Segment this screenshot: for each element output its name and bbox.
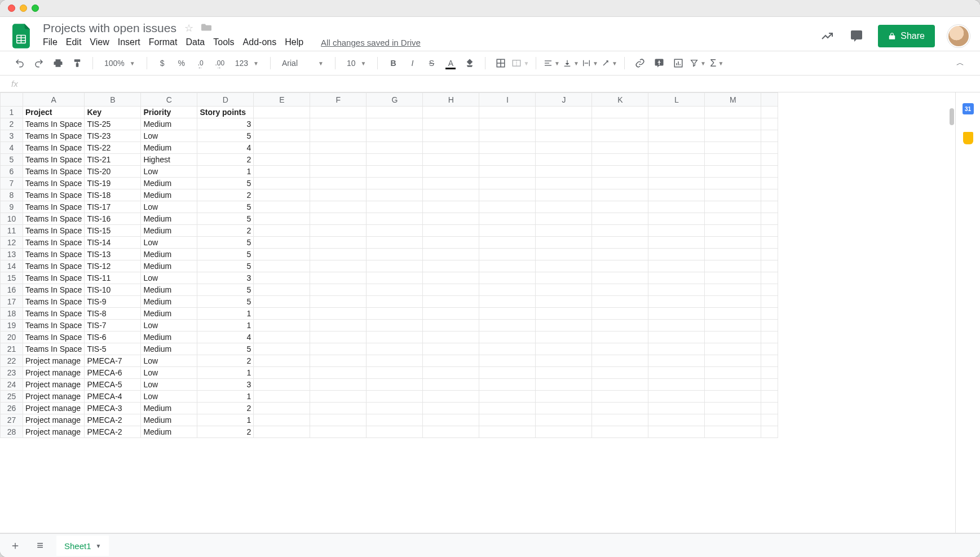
- cell-B10[interactable]: TIS-16: [85, 213, 141, 225]
- maximize-window-button[interactable]: [32, 5, 39, 12]
- cell-E7[interactable]: [254, 178, 310, 189]
- cell-A3[interactable]: Teams In Space: [23, 130, 85, 142]
- text-color-button[interactable]: A: [442, 55, 459, 72]
- cell-K2[interactable]: [592, 118, 648, 130]
- text-wrap-button[interactable]: ▼: [581, 55, 598, 72]
- cell-M17[interactable]: [705, 296, 761, 308]
- cell-I9[interactable]: [479, 201, 536, 213]
- cell-G14[interactable]: [367, 260, 423, 272]
- cell-M21[interactable]: [705, 343, 761, 355]
- cell-F27[interactable]: [310, 414, 367, 426]
- cell-G20[interactable]: [367, 331, 423, 343]
- cell-C24[interactable]: Low: [141, 379, 197, 391]
- cell-L10[interactable]: [648, 213, 705, 225]
- cell-D9[interactable]: 5: [197, 201, 254, 213]
- cell-B4[interactable]: TIS-22: [85, 142, 141, 154]
- cell-A6[interactable]: Teams In Space: [23, 166, 85, 178]
- cell-M14[interactable]: [705, 260, 761, 272]
- cell-A23[interactable]: Project manage: [23, 367, 85, 379]
- cell-E24[interactable]: [254, 379, 310, 391]
- cell-H1[interactable]: [423, 107, 479, 118]
- cell-A13[interactable]: Teams In Space: [23, 249, 85, 260]
- cell-D21[interactable]: 5: [197, 343, 254, 355]
- column-header-E[interactable]: E: [254, 93, 310, 107]
- cell-D10[interactable]: 5: [197, 213, 254, 225]
- cell-F25[interactable]: [310, 391, 367, 403]
- cell-M27[interactable]: [705, 414, 761, 426]
- cell-M26[interactable]: [705, 403, 761, 414]
- cell-L12[interactable]: [648, 237, 705, 249]
- cell-I19[interactable]: [479, 320, 536, 331]
- cell-M24[interactable]: [705, 379, 761, 391]
- cell-E8[interactable]: [254, 189, 310, 201]
- cell-H12[interactable]: [423, 237, 479, 249]
- cell-M11[interactable]: [705, 225, 761, 237]
- cell-J12[interactable]: [536, 237, 592, 249]
- menu-file[interactable]: File: [43, 37, 58, 47]
- cell-K26[interactable]: [592, 403, 648, 414]
- cell-M6[interactable]: [705, 166, 761, 178]
- row-header-11[interactable]: 11: [1, 225, 23, 237]
- merge-cells-button[interactable]: ▼: [511, 55, 529, 72]
- cell-A5[interactable]: Teams In Space: [23, 154, 85, 166]
- cell-K15[interactable]: [592, 272, 648, 284]
- cell-I1[interactable]: [479, 107, 536, 118]
- cell-E21[interactable]: [254, 343, 310, 355]
- cell-M16[interactable]: [705, 284, 761, 296]
- cell-G19[interactable]: [367, 320, 423, 331]
- cell-H28[interactable]: [423, 426, 479, 438]
- column-header-A[interactable]: A: [23, 93, 85, 107]
- cell-J7[interactable]: [536, 178, 592, 189]
- cell-D28[interactable]: 2: [197, 426, 254, 438]
- cell-F20[interactable]: [310, 331, 367, 343]
- cell-I11[interactable]: [479, 225, 536, 237]
- add-sheet-button[interactable]: ＋: [7, 537, 24, 554]
- cell-J21[interactable]: [536, 343, 592, 355]
- cell-G10[interactable]: [367, 213, 423, 225]
- cell-K9[interactable]: [592, 201, 648, 213]
- cell-J10[interactable]: [536, 213, 592, 225]
- cell-L3[interactable]: [648, 130, 705, 142]
- cell-C26[interactable]: Medium: [141, 403, 197, 414]
- cell-I21[interactable]: [479, 343, 536, 355]
- cell-B17[interactable]: TIS-9: [85, 296, 141, 308]
- cell-B26[interactable]: PMECA-3: [85, 403, 141, 414]
- cell-C17[interactable]: Medium: [141, 296, 197, 308]
- cell-I22[interactable]: [479, 355, 536, 367]
- insert-link-button[interactable]: [632, 55, 648, 72]
- cell-K16[interactable]: [592, 284, 648, 296]
- cell-D17[interactable]: 5: [197, 296, 254, 308]
- cell-F21[interactable]: [310, 343, 367, 355]
- cell-L13[interactable]: [648, 249, 705, 260]
- cell-K25[interactable]: [592, 391, 648, 403]
- cell-M2[interactable]: [705, 118, 761, 130]
- cell-A28[interactable]: Project manage: [23, 426, 85, 438]
- cell-D24[interactable]: 3: [197, 379, 254, 391]
- row-header-10[interactable]: 10: [1, 213, 23, 225]
- cell-M25[interactable]: [705, 391, 761, 403]
- cell-J26[interactable]: [536, 403, 592, 414]
- cell-C16[interactable]: Medium: [141, 284, 197, 296]
- row-header-5[interactable]: 5: [1, 154, 23, 166]
- cell-J27[interactable]: [536, 414, 592, 426]
- cell-L22[interactable]: [648, 355, 705, 367]
- row-header-2[interactable]: 2: [1, 118, 23, 130]
- cell-H20[interactable]: [423, 331, 479, 343]
- cell-B19[interactable]: TIS-7: [85, 320, 141, 331]
- cell-B8[interactable]: TIS-18: [85, 189, 141, 201]
- cell-E11[interactable]: [254, 225, 310, 237]
- cell-F28[interactable]: [310, 426, 367, 438]
- strikethrough-button[interactable]: S: [423, 55, 440, 72]
- select-all-corner[interactable]: [1, 93, 23, 107]
- row-header-6[interactable]: 6: [1, 166, 23, 178]
- cell-F11[interactable]: [310, 225, 367, 237]
- cell-E10[interactable]: [254, 213, 310, 225]
- cell-B13[interactable]: TIS-13: [85, 249, 141, 260]
- zoom-dropdown[interactable]: 100%▼: [100, 59, 140, 68]
- cell-A4[interactable]: Teams In Space: [23, 142, 85, 154]
- cell-A1[interactable]: Project: [23, 107, 85, 118]
- cell-G15[interactable]: [367, 272, 423, 284]
- cell-L21[interactable]: [648, 343, 705, 355]
- cell-H25[interactable]: [423, 391, 479, 403]
- bold-button[interactable]: B: [385, 55, 401, 72]
